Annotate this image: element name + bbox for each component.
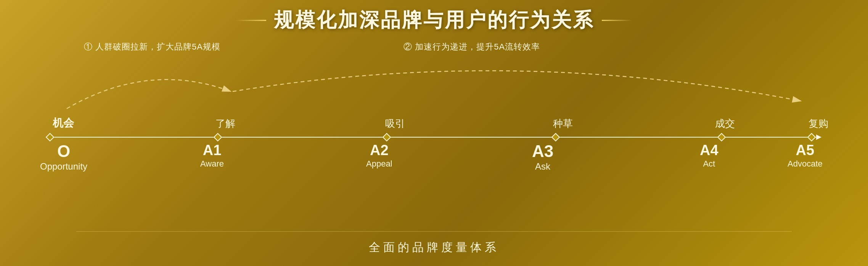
annotations-row: ① 人群破圈拉新，扩大品牌5A规模 ② 加速行为递进，提升5A流转效率 [0,41,868,53]
stage-letter-2: A2 [370,143,389,157]
title-section: 规模化加深品牌与用户的行为关系 [236,7,632,34]
main-title: 规模化加深品牌与用户的行为关系 [266,7,602,34]
stage-item-5: A5 Advocate [788,143,823,169]
diamond-3 [551,133,560,142]
cn-label-0: 机会 [53,116,74,130]
annotation-1: ① 人群破圈拉新，扩大品牌5A规模 [84,41,220,53]
bottom-divider [76,231,792,232]
stage-item-4: A4 Act [700,143,719,169]
cn-label-4: 成交 [715,117,735,130]
stage-name-4: Act [703,159,715,169]
timeline-line-container [50,133,818,141]
stage-name-2: Appeal [366,159,392,169]
timeline-arrow [816,135,821,140]
stage-name-0: Opportunity [40,161,87,172]
main-container: 规模化加深品牌与用户的行为关系 ① 人群破圈拉新，扩大品牌5A规模 ② 加速行为… [0,0,868,266]
cn-label-2: 吸引 [385,117,405,130]
stage-name-1: Aware [200,159,224,169]
stage-letter-1: A1 [203,143,222,157]
stage-name-5: Advocate [788,159,823,169]
stage-letter-0: O [57,143,70,160]
stage-letter-3: A3 [532,143,553,160]
stage-item-3: A3 Ask [532,143,553,172]
stage-name-3: Ask [535,161,550,172]
cn-label-1: 了解 [215,117,235,130]
diamond-1 [214,133,222,142]
stage-letter-5: A5 [796,143,815,157]
diamond-4 [717,133,726,142]
cn-label-5: 复购 [809,117,828,130]
stage-item-2: A2 Appeal [366,143,392,169]
bottom-text: 全面的品牌度量体系 [0,240,868,255]
diamond-0 [46,133,55,142]
title-right-decoration [602,20,632,21]
diamond-2 [383,133,391,142]
diamond-5 [807,133,816,142]
stage-letter-4: A4 [700,143,719,157]
timeline-line [50,137,818,138]
cn-label-3: 种草 [553,117,573,130]
stage-item-0: O Opportunity [40,143,87,172]
annotation-2: ② 加速行为递进，提升5A流转效率 [403,41,540,53]
title-left-decoration [236,20,266,21]
stage-item-1: A1 Aware [200,143,224,169]
